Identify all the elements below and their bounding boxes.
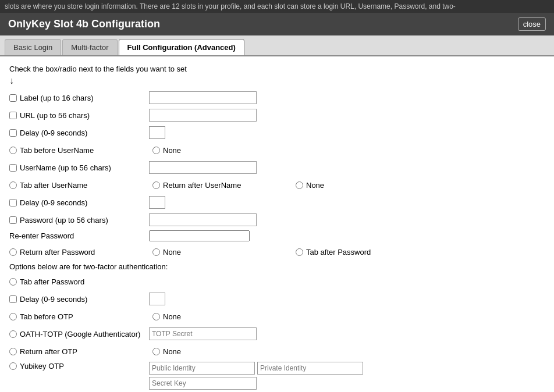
delay2-box: [149, 196, 165, 209]
delay2-row: Delay (0-9 seconds): [9, 195, 545, 209]
delay1-checkbox[interactable]: [9, 129, 17, 137]
none2-label: None: [296, 181, 435, 190]
tab-after-password-radio[interactable]: [296, 248, 303, 256]
tabs-bar: Basic Login Multi-factor Full Configurat…: [0, 35, 554, 56]
private-identity-input[interactable]: [257, 362, 363, 375]
label-label: Label (up to 16 chars): [9, 94, 149, 102]
username-input[interactable]: [149, 161, 257, 174]
none1-radio[interactable]: [152, 147, 160, 154]
delay3-row: Delay (0-9 seconds): [9, 292, 545, 306]
password-row: Password (up to 56 chars): [9, 213, 545, 227]
tab-after-password-label: Tab after Password: [9, 277, 149, 286]
tab-after-password-radio-label: Tab after Password: [296, 248, 435, 256]
return-after-otp-group: Return after OTP None: [9, 347, 292, 356]
password-input[interactable]: [149, 213, 257, 226]
after-password-group: Return after Password None Tab after Pas…: [9, 248, 435, 256]
tab-before-otp-group: Tab before OTP None: [9, 312, 292, 321]
tab-before-otp-row: Tab before OTP None: [9, 309, 545, 323]
tab-basic-login[interactable]: Basic Login: [5, 39, 61, 55]
dialog-container: OnlyKey Slot 4b Configuration close Basi…: [0, 13, 554, 392]
after-password-row: Return after Password None Tab after Pas…: [9, 245, 545, 259]
tab-before-otp-label: Tab before OTP: [9, 312, 149, 321]
return-after-password-radio[interactable]: [9, 248, 17, 256]
oath-totp-radio[interactable]: [9, 330, 17, 338]
tab-multi-factor[interactable]: Multi-factor: [62, 39, 117, 55]
dialog-title: OnlyKey Slot 4b Configuration: [8, 18, 160, 30]
tab-full-config[interactable]: Full Configuration (Advanced): [119, 39, 244, 55]
label-checkbox[interactable]: [9, 94, 17, 102]
yubikey-row: Yubikey OTP: [9, 362, 545, 390]
username-label: UserName (up to 56 chars): [9, 163, 149, 172]
username-row: UserName (up to 56 chars): [9, 161, 545, 174]
none4-label: None: [152, 312, 292, 321]
tab-before-username-row: Tab before UserName None: [9, 143, 545, 157]
tab-before-username-label: Tab before UserName: [9, 146, 149, 155]
tab-before-otp-radio[interactable]: [9, 313, 17, 320]
top-bar: slots are where you store login informat…: [0, 0, 554, 13]
none2-radio[interactable]: [296, 181, 303, 189]
return-after-otp-row: Return after OTP None: [9, 344, 545, 358]
password-label: Password (up to 56 chars): [9, 216, 149, 224]
dialog-body: Check the box/radio next to the fields y…: [0, 56, 554, 392]
delay1-row: Delay (0-9 seconds): [9, 126, 545, 140]
none5-label: None: [152, 347, 292, 356]
two-factor-section-label: Options below are for two-factor authent…: [9, 262, 545, 271]
label-input[interactable]: [149, 91, 257, 104]
tab-after-password-standalone-radio[interactable]: [9, 278, 17, 286]
return-after-username-label: Return after UserName: [152, 181, 292, 190]
after-username-group: Tab after UserName Return after UserName…: [9, 181, 435, 190]
none3-label: None: [152, 248, 292, 256]
identity-row: [149, 362, 363, 375]
dialog-header: OnlyKey Slot 4b Configuration close: [0, 13, 554, 35]
return-after-password-label: Return after Password: [9, 248, 149, 256]
return-after-otp-radio[interactable]: [9, 348, 17, 355]
url-label: URL (up to 56 chars): [9, 111, 149, 120]
delay2-checkbox[interactable]: [9, 199, 17, 206]
url-row: URL (up to 56 chars): [9, 108, 545, 122]
re-enter-password-input[interactable]: [149, 230, 250, 241]
arrow-down-icon: ↓: [9, 76, 545, 86]
url-checkbox[interactable]: [9, 112, 17, 119]
tab-after-password-row: Tab after Password: [9, 275, 545, 288]
none4-radio[interactable]: [152, 313, 160, 320]
tab-before-username-radio[interactable]: [9, 147, 17, 154]
username-checkbox[interactable]: [9, 164, 17, 172]
delay3-box: [149, 293, 165, 305]
none3-radio[interactable]: [152, 248, 160, 256]
after-username-row: Tab after UserName Return after UserName…: [9, 178, 545, 192]
public-identity-input[interactable]: [149, 362, 255, 375]
re-enter-password-row: Re-enter Password: [9, 230, 545, 241]
secret-key-input[interactable]: [149, 377, 257, 390]
tab-after-username-radio[interactable]: [9, 181, 17, 189]
yubikey-fields: [149, 362, 363, 390]
delay2-label: Delay (0-9 seconds): [9, 198, 149, 207]
oath-totp-label: OATH-TOTP (Google Authenticator): [9, 330, 149, 338]
return-after-username-radio[interactable]: [152, 181, 160, 189]
tab-before-username-group: Tab before UserName None: [9, 146, 292, 155]
instruction-text: Check the box/radio next to the fields y…: [9, 65, 545, 73]
url-input[interactable]: [149, 109, 257, 122]
yubikey-otp-radio[interactable]: [9, 362, 17, 370]
re-enter-password-label: Re-enter Password: [9, 231, 149, 240]
totp-secret-input[interactable]: [149, 327, 257, 340]
delay3-label: Delay (0-9 seconds): [9, 295, 149, 304]
none5-radio[interactable]: [152, 348, 160, 355]
delay1-label: Delay (0-9 seconds): [9, 129, 149, 137]
yubikey-label: Yubikey OTP: [9, 362, 149, 370]
delay3-checkbox[interactable]: [9, 295, 17, 303]
tab-after-username-label: Tab after UserName: [9, 181, 149, 190]
delay1-box: [149, 126, 165, 139]
password-checkbox[interactable]: [9, 216, 17, 224]
label-row: Label (up to 16 chars): [9, 91, 545, 105]
oath-totp-row: OATH-TOTP (Google Authenticator): [9, 327, 545, 341]
none1-label: None: [152, 146, 292, 155]
close-button[interactable]: close: [518, 17, 546, 31]
return-after-otp-label: Return after OTP: [9, 347, 149, 356]
